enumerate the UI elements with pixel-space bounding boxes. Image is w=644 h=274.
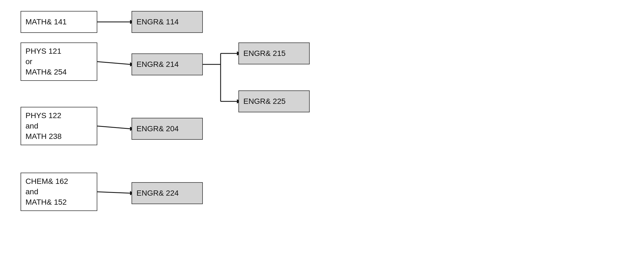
engr225-node: ENGR& 225 — [238, 90, 310, 112]
chem162-line1: CHEM& 162 — [25, 176, 68, 187]
engr224-node: ENGR& 224 — [132, 182, 203, 204]
chem162-node: CHEM& 162 and MATH& 152 — [21, 173, 97, 211]
svg-line-4 — [97, 126, 130, 129]
course-diagram: MATH& 141 PHYS 121 or MATH& 254 PHYS 122… — [0, 0, 644, 274]
engr114-node: ENGR& 114 — [132, 11, 203, 33]
phys122-line3: MATH 238 — [25, 131, 62, 142]
math141-node: MATH& 141 — [21, 11, 97, 33]
phys121-line1: PHYS 121 — [25, 46, 61, 56]
phys122-line2: and — [25, 121, 38, 131]
phys121-line2: or — [25, 56, 32, 67]
svg-line-2 — [97, 62, 130, 64]
engr204-node: ENGR& 204 — [132, 118, 203, 140]
phys122-node: PHYS 122 and MATH 238 — [21, 107, 97, 145]
phys121-line3: MATH& 254 — [25, 67, 67, 77]
chem162-line2: and — [25, 187, 38, 197]
phys122-line1: PHYS 122 — [25, 110, 61, 121]
chem162-line3: MATH& 152 — [25, 197, 67, 207]
engr215-node: ENGR& 215 — [238, 42, 310, 64]
svg-line-6 — [97, 192, 130, 193]
engr214-node: ENGR& 214 — [132, 53, 203, 75]
phys121-node: PHYS 121 or MATH& 254 — [21, 42, 97, 81]
